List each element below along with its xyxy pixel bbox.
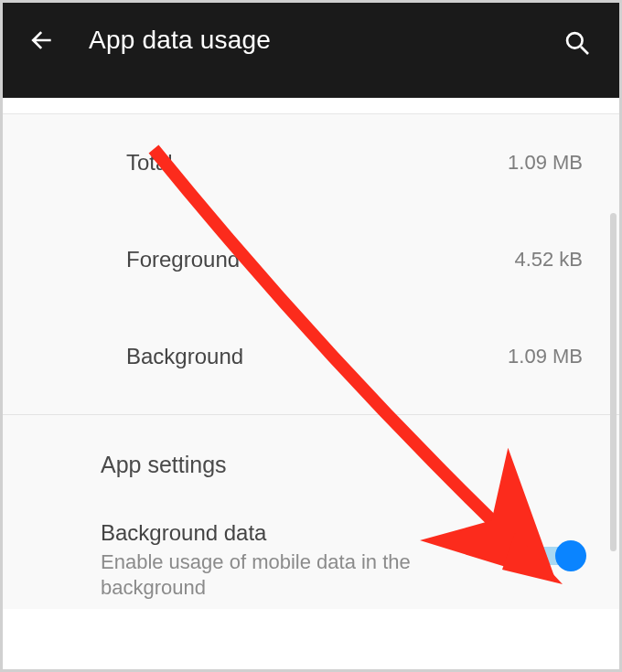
page-title: App data usage — [89, 26, 271, 55]
foreground-label: Foreground — [126, 247, 240, 272]
arrow-left-icon — [27, 26, 56, 55]
scrollbar-indicator[interactable] — [610, 213, 617, 551]
header-bar: App data usage — [3, 3, 619, 98]
content-area: Total 1.09 MB Foreground 4.52 kB Backgro… — [3, 114, 619, 609]
background-data-toggle[interactable] — [533, 540, 586, 571]
search-button[interactable] — [557, 23, 597, 63]
app-frame: App data usage Total 1.09 MB Foreground … — [0, 0, 622, 672]
section-header: App settings — [3, 415, 619, 487]
row-background: Background 1.09 MB — [3, 308, 619, 405]
background-label: Background — [126, 344, 243, 369]
setting-title: Background data — [101, 520, 466, 546]
row-total: Total 1.09 MB — [3, 114, 619, 211]
foreground-value: 4.52 kB — [514, 248, 583, 272]
svg-line-1 — [581, 47, 588, 54]
total-label: Total — [126, 150, 173, 176]
setting-text: Background data Enable usage of mobile d… — [101, 520, 466, 600]
toggle-thumb — [555, 540, 586, 571]
background-value: 1.09 MB — [508, 345, 583, 368]
setting-background-data[interactable]: Background data Enable usage of mobile d… — [3, 487, 619, 609]
row-foreground: Foreground 4.52 kB — [3, 211, 619, 308]
total-value: 1.09 MB — [508, 151, 583, 175]
svg-point-0 — [567, 33, 583, 48]
back-button[interactable] — [21, 20, 61, 60]
search-icon — [563, 28, 592, 58]
header-gap — [3, 98, 619, 114]
setting-subtitle: Enable usage of mobile data in the backg… — [101, 549, 466, 600]
